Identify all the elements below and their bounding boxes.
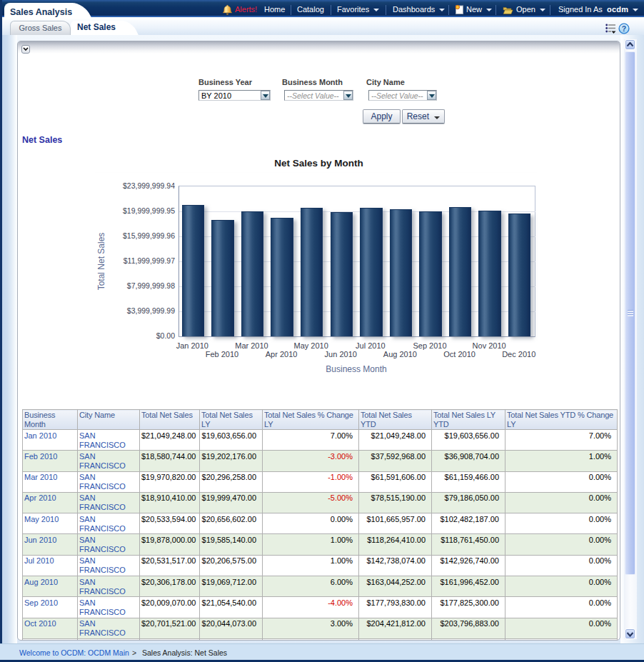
svg-text:?: ? (622, 24, 626, 33)
